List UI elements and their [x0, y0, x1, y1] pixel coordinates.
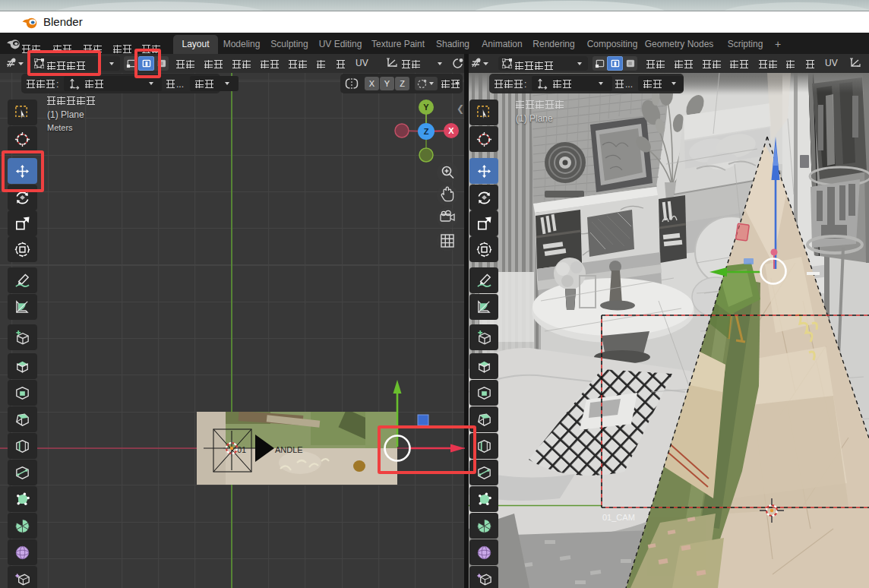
svg-text:ANDLE: ANDLE: [275, 445, 303, 454]
svg-text:01_CAM: 01_CAM: [602, 513, 635, 522]
svg-text:X: X: [448, 126, 454, 135]
svg-text:Y: Y: [423, 103, 429, 112]
svg-text:01: 01: [237, 445, 246, 454]
svg-text:Z: Z: [424, 127, 429, 136]
